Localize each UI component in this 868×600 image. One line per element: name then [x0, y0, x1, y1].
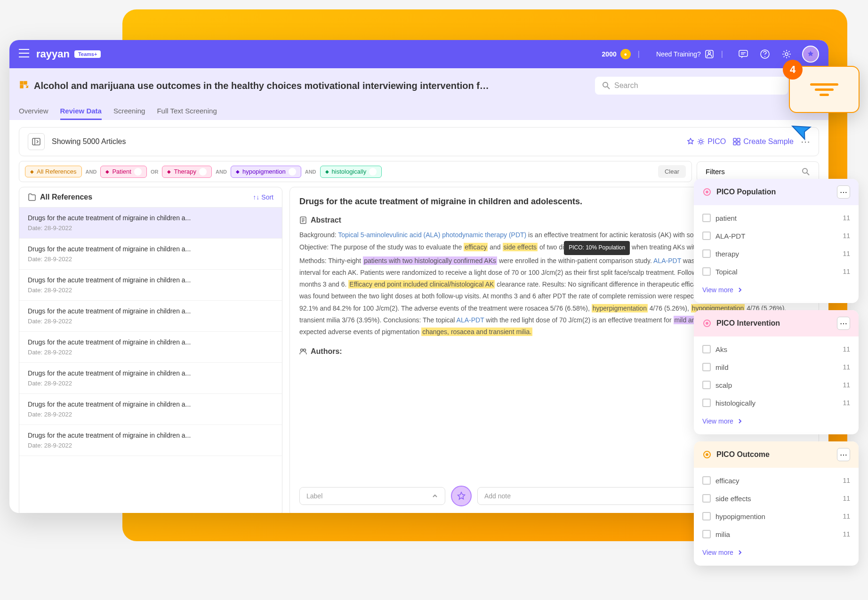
- training-link[interactable]: Need Training?: [656, 49, 714, 59]
- checkbox[interactable]: [702, 345, 711, 353]
- create-sample-button[interactable]: Create Sample: [733, 137, 794, 146]
- filter-item[interactable]: patient11: [694, 209, 859, 227]
- filter-item-label: milia: [715, 530, 838, 538]
- sort-button[interactable]: ↑↓Sort: [253, 193, 273, 201]
- filter-chip[interactable]: ◆Therapy✕: [162, 166, 212, 178]
- abstract-segment: efficacy: [464, 243, 488, 251]
- filter-item[interactable]: milia11: [694, 525, 859, 543]
- document-icon: [299, 216, 307, 224]
- crown-button[interactable]: [451, 486, 472, 506]
- filter-item[interactable]: hypopigmention11: [694, 507, 859, 525]
- filter-item-count: 11: [843, 363, 850, 371]
- article-item[interactable]: Drugs for the acute treatment of migrain…: [19, 301, 282, 332]
- tab-screening[interactable]: Screening: [113, 103, 145, 120]
- teams-badge: Teams+: [74, 50, 101, 58]
- hamburger-icon[interactable]: [19, 49, 29, 59]
- filter-card-header: PICO Outcome⋯: [694, 441, 859, 468]
- help-icon[interactable]: [756, 46, 773, 63]
- filter-chip[interactable]: ◆Patient✕: [100, 166, 146, 178]
- svg-rect-12: [733, 142, 736, 145]
- checkbox[interactable]: [702, 476, 711, 485]
- filter-chip[interactable]: ◆All References: [25, 166, 82, 177]
- filter-item[interactable]: therapy11: [694, 245, 859, 263]
- filter-card-header: PICO Intervention⋯: [694, 310, 859, 336]
- clear-filters-button[interactable]: Clear: [658, 165, 686, 178]
- operator: OR: [151, 169, 159, 175]
- user-avatar[interactable]: [802, 46, 819, 63]
- filter-item[interactable]: histologically11: [694, 394, 859, 412]
- filter-chip[interactable]: ◆histologically✕: [320, 166, 382, 178]
- checkbox[interactable]: [702, 267, 711, 276]
- abstract-segment: hyperpigmentation: [592, 304, 648, 312]
- pico-button[interactable]: PICO: [687, 137, 726, 146]
- view-more-link[interactable]: View more: [694, 412, 859, 431]
- abstract-heading: Abstract: [311, 216, 341, 224]
- checkbox[interactable]: [702, 399, 711, 407]
- abstract-segment: ALA-PDT: [457, 316, 484, 324]
- checkbox[interactable]: [702, 381, 711, 389]
- chip-remove-icon[interactable]: ✕: [289, 168, 296, 176]
- chip-remove-icon[interactable]: ✕: [369, 168, 377, 176]
- article-item[interactable]: Drugs for the acute treatment of migrain…: [19, 270, 282, 301]
- collapse-sidebar-button[interactable]: [28, 133, 45, 150]
- checkbox[interactable]: [702, 214, 711, 222]
- search-input[interactable]: Search: [595, 77, 788, 95]
- article-list[interactable]: Drugs for the acute treatment of migrain…: [19, 208, 282, 513]
- abstract-segment: changes, rosacea and transient milia.: [421, 328, 532, 336]
- filter-item[interactable]: ALA-PDT11: [694, 227, 859, 245]
- svg-point-23: [706, 453, 708, 456]
- filter-sidebar: PICO Population⋯patient11ALA-PDT11therap…: [694, 179, 859, 566]
- filter-card-menu[interactable]: ⋯: [837, 185, 850, 199]
- chip-remove-icon[interactable]: ✕: [134, 168, 142, 176]
- checkbox[interactable]: [702, 494, 711, 503]
- logo[interactable]: rayyan: [36, 48, 70, 60]
- chip-remove-icon[interactable]: ✕: [199, 168, 207, 176]
- article-title: Drugs for the acute treatment of migrain…: [28, 400, 273, 408]
- checkbox[interactable]: [702, 232, 711, 240]
- checkbox[interactable]: [702, 249, 711, 258]
- pico-label: PICO: [707, 137, 726, 146]
- svg-point-14: [803, 168, 807, 173]
- feedback-icon[interactable]: [735, 46, 752, 63]
- label-select[interactable]: Label: [299, 487, 445, 505]
- expand-icon[interactable]: [19, 80, 28, 92]
- abstract-segment: patients with two histologically confirm…: [363, 256, 497, 265]
- filter-item[interactable]: scalp11: [694, 376, 859, 394]
- filter-item-count: 11: [843, 477, 850, 484]
- checkbox[interactable]: [702, 530, 711, 538]
- tab-overview[interactable]: Overview: [19, 103, 48, 120]
- filter-chip[interactable]: ◆hypopigmention✕: [231, 166, 301, 178]
- tab-review-data[interactable]: Review Data: [60, 103, 102, 120]
- filter-callout[interactable]: 4: [789, 66, 860, 113]
- filter-item[interactable]: Aks11: [694, 340, 859, 358]
- filter-item[interactable]: efficacy11: [694, 472, 859, 489]
- svg-point-21: [706, 322, 708, 325]
- chevron-right-icon: [737, 287, 743, 293]
- users-icon: [299, 348, 307, 355]
- checkbox[interactable]: [702, 512, 711, 520]
- article-item[interactable]: Drugs for the acute treatment of migrain…: [19, 425, 282, 456]
- filter-card-menu[interactable]: ⋯: [837, 448, 850, 461]
- filter-item[interactable]: side effects11: [694, 489, 859, 507]
- article-item[interactable]: Drugs for the acute treatment of migrain…: [19, 394, 282, 425]
- view-more-link[interactable]: View more: [694, 543, 859, 562]
- chevron-right-icon: [737, 418, 743, 424]
- abstract-segment: with the red light dose of 70 J/cm(2) is…: [484, 316, 673, 324]
- article-item[interactable]: Drugs for the acute treatment of migrain…: [19, 239, 282, 270]
- filter-item-count: 11: [843, 232, 850, 240]
- article-date: Date: 28-9-2022: [28, 224, 273, 232]
- view-more-link[interactable]: View more: [694, 280, 859, 299]
- filter-item[interactable]: Topical11: [694, 263, 859, 280]
- filter-card: PICO Intervention⋯Aks11mild11scalp11hist…: [694, 310, 859, 434]
- filter-card-menu[interactable]: ⋯: [837, 317, 850, 330]
- tab-full-text-screening[interactable]: Full Text Screening: [157, 103, 217, 120]
- svg-point-1: [708, 52, 710, 54]
- article-item[interactable]: Drugs for the acute treatment of migrain…: [19, 363, 282, 394]
- checkbox[interactable]: [702, 363, 711, 371]
- svg-point-4: [764, 56, 765, 57]
- filter-item-count: 11: [843, 495, 850, 502]
- abstract-segment: of two di: [538, 243, 564, 251]
- article-item[interactable]: Drugs for the acute treatment of migrain…: [19, 332, 282, 363]
- filter-item[interactable]: mild11: [694, 358, 859, 376]
- article-item[interactable]: Drugs for the acute treatment of migrain…: [19, 208, 282, 239]
